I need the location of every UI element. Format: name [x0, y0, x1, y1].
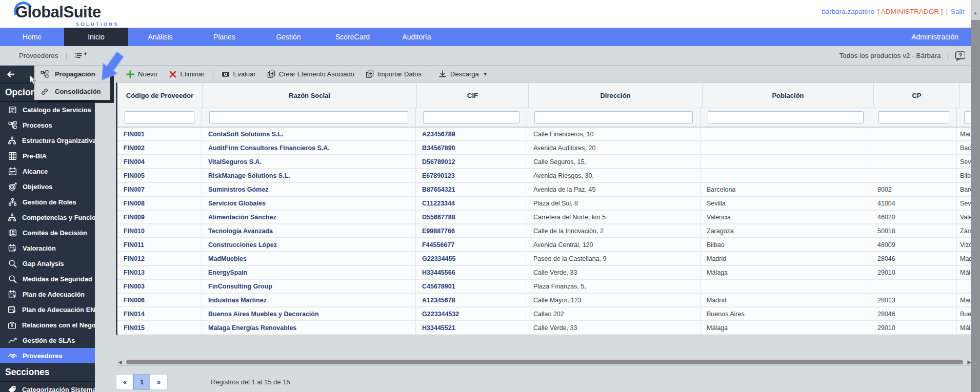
evaluar-button[interactable]: Evaluar	[216, 70, 262, 78]
cell-codigo-de-proveedor[interactable]: FIN007	[117, 183, 202, 197]
cell-codigo-de-proveedor[interactable]: FIN014	[117, 307, 202, 321]
filter-input-cp[interactable]	[878, 111, 949, 123]
sidebar-item-proveedores[interactable]: Proveedores	[0, 348, 95, 363]
cell-cif[interactable]: E67890123	[416, 169, 527, 183]
cell-razon-social[interactable]: Industrias Martínez	[202, 294, 416, 307]
sidebar-item-catalogo-de-servicios[interactable]: Catálogo de Servicios	[0, 102, 95, 117]
nav-item-gestion[interactable]: Gestión	[256, 28, 321, 46]
column-header-razon-social[interactable]: Razón Social	[203, 83, 417, 108]
sidebar-item-objetivos[interactable]: Objetivos	[0, 179, 95, 194]
sidebar-item-medidas-de-seguridad[interactable]: Medidas de Seguridad	[0, 271, 95, 286]
sidebar-item-plan-de-adecuacion-ens[interactable]: Plan de Adecuación ENS	[0, 302, 95, 317]
sidebar-item-relaciones-con-el-negocio[interactable]: Relaciones con el Negocio	[0, 317, 95, 333]
column-header-codigo-de-proveedor[interactable]: Código de Proveedor	[117, 83, 203, 108]
cell-razon-social[interactable]: VitalSeguros S.A.	[202, 155, 416, 169]
cell-razon-social[interactable]: MadMuebles	[202, 252, 416, 266]
cell-razon-social[interactable]: Tecnología Avanzada	[202, 224, 416, 238]
sidebar-item-gestion-de-roles[interactable]: Gestión de Roles	[0, 194, 95, 210]
cell-cif[interactable]: G223344532	[416, 307, 527, 321]
filter-input-cif[interactable]	[423, 111, 519, 123]
cell-cif[interactable]: C11223344	[416, 197, 527, 211]
cell-codigo-de-proveedor[interactable]: FIN004	[117, 155, 202, 169]
cell-cif[interactable]: H33445566	[416, 266, 527, 280]
cell-razon-social[interactable]: Construcciones López	[202, 238, 416, 252]
scroll-up-arrow-icon[interactable]: ▲	[973, 10, 978, 15]
cell-cif[interactable]: B87654321	[416, 183, 527, 197]
column-header-cif[interactable]: CIF	[417, 83, 529, 108]
sidebar-item-categorizacion-sistema[interactable]: Categorización Sistema	[0, 382, 95, 392]
sidebar-item-competencias-y-funciones[interactable]: Competencias y Funciones	[0, 210, 95, 225]
cell-codigo-de-proveedor[interactable]: FIN011	[117, 238, 202, 252]
nav-item-home[interactable]: Home	[0, 28, 64, 46]
context-menu-item-propagacion[interactable]: Propagación	[34, 66, 110, 82]
cell-cif[interactable]: E99887766	[416, 224, 527, 238]
cell-razon-social[interactable]: Alimentación Sánchez	[202, 211, 416, 224]
logout-link[interactable]: Salir	[951, 8, 965, 15]
cell-cif[interactable]: A12345678	[416, 294, 527, 307]
sidebar-item-comites-de-decision[interactable]: Comités de Decisión	[0, 225, 95, 240]
column-header-direccion[interactable]: Dirección	[529, 83, 703, 108]
cell-codigo-de-proveedor[interactable]: FIN009	[117, 211, 202, 224]
cell-codigo-de-proveedor[interactable]: FIN013	[117, 266, 202, 280]
sidebar-item-gap-analysis[interactable]: Gap Analysis	[0, 256, 95, 271]
cell-codigo-de-proveedor[interactable]: FIN015	[117, 321, 202, 335]
page-current-button[interactable]: 1	[133, 375, 150, 389]
cell-codigo-de-proveedor[interactable]: FIN002	[117, 141, 202, 155]
cell-razon-social[interactable]: Malaga Energías Renovables	[202, 321, 416, 335]
cell-razon-social[interactable]: ContaSoft Solutions S.L.	[202, 128, 416, 141]
cell-codigo-de-proveedor[interactable]: FIN005	[117, 169, 202, 183]
sidebar-item-procesos[interactable]: Procesos	[0, 117, 95, 133]
cell-codigo-de-proveedor[interactable]: FIN010	[117, 224, 202, 238]
nav-item-planes[interactable]: Planes	[192, 28, 256, 46]
cell-codigo-de-proveedor[interactable]: FIN006	[117, 294, 202, 307]
sidebar-item-estructura-organizativa[interactable]: Estructura Organizativa	[0, 133, 95, 148]
nav-item-auditoria[interactable]: Auditoría	[385, 28, 449, 46]
cell-cif[interactable]: G22334455	[416, 252, 527, 266]
sidebar-item-valoracion[interactable]: Valoración	[0, 240, 95, 256]
cell-razon-social[interactable]: AuditFirm Consultores Financieros S.A.	[202, 141, 416, 155]
page-next-button[interactable]: »	[150, 375, 167, 389]
view-selector-button[interactable]: ▼	[74, 52, 88, 60]
sidebar-item-alcance[interactable]: Alcance	[0, 163, 95, 179]
eliminar-button[interactable]: Eliminar	[163, 70, 210, 78]
cell-razon-social[interactable]: RiskManage Solutions S.L.	[202, 169, 416, 183]
filter-input-poblacion[interactable]	[708, 111, 864, 123]
crear-elemento-asociado-button[interactable]: Crear Elemento Asociado	[262, 70, 360, 78]
horizontal-scrollbar-thumb[interactable]	[126, 360, 964, 364]
importar-datos-button[interactable]: Importar Datos	[360, 70, 427, 78]
cell-razon-social[interactable]: Servicios Globales	[202, 197, 416, 211]
user-name[interactable]: barbara.zapatero	[822, 8, 874, 15]
sidebar-item-plan-de-adecuacion[interactable]: Plan de Adecuación	[0, 286, 95, 302]
cell-razon-social[interactable]: Buenos Aires Muebles y Decoración	[202, 307, 416, 321]
cell-razon-social[interactable]: FinConsulting Group	[202, 280, 416, 294]
cell-cif[interactable]: B34567890	[416, 141, 527, 155]
scroll-left-arrow-icon[interactable]: ◀	[116, 360, 124, 365]
nav-item-administracion[interactable]: Administración	[896, 28, 980, 46]
help-button[interactable]: ?	[955, 51, 965, 60]
nuevo-button[interactable]: Nuevo	[121, 70, 163, 78]
column-header-cp[interactable]: CP	[874, 83, 960, 108]
descarga-button[interactable]: Descarga▾	[433, 70, 492, 78]
cell-codigo-de-proveedor[interactable]: FIN003	[117, 280, 202, 294]
nav-item-inicio[interactable]: Inicio	[64, 28, 128, 46]
sidebar-item-gestion-de-slas[interactable]: Gestión de SLAs	[0, 333, 95, 348]
cell-cif[interactable]: F44556677	[416, 238, 527, 252]
cell-codigo-de-proveedor[interactable]: FIN008	[117, 197, 202, 211]
filter-input-codigo-de-proveedor[interactable]	[125, 111, 194, 123]
cell-razon-social[interactable]: Suministros Gómez	[202, 183, 416, 197]
sidebar-item-pre-bia[interactable]: Pre-BIA	[0, 148, 95, 163]
nav-item-analisis[interactable]: Análisis	[128, 28, 192, 46]
page-prev-button[interactable]: «	[116, 375, 133, 389]
cell-codigo-de-proveedor[interactable]: FIN012	[117, 252, 202, 266]
filter-input-razon-social[interactable]	[209, 111, 408, 123]
cell-cif[interactable]: D55667788	[416, 211, 527, 224]
filter-input-direccion[interactable]	[534, 111, 693, 123]
cell-cif[interactable]: H33445521	[416, 321, 527, 335]
cell-codigo-de-proveedor[interactable]: FIN001	[117, 128, 202, 141]
nav-item-scorecard[interactable]: ScoreCard	[321, 28, 385, 46]
cell-cif[interactable]: D56789012	[416, 155, 527, 169]
cell-razon-social[interactable]: EnergySpain	[202, 266, 416, 280]
cell-cif[interactable]: C45678901	[416, 280, 527, 294]
column-header-poblacion[interactable]: Población	[703, 83, 874, 108]
cell-cif[interactable]: A23456789	[416, 128, 527, 141]
